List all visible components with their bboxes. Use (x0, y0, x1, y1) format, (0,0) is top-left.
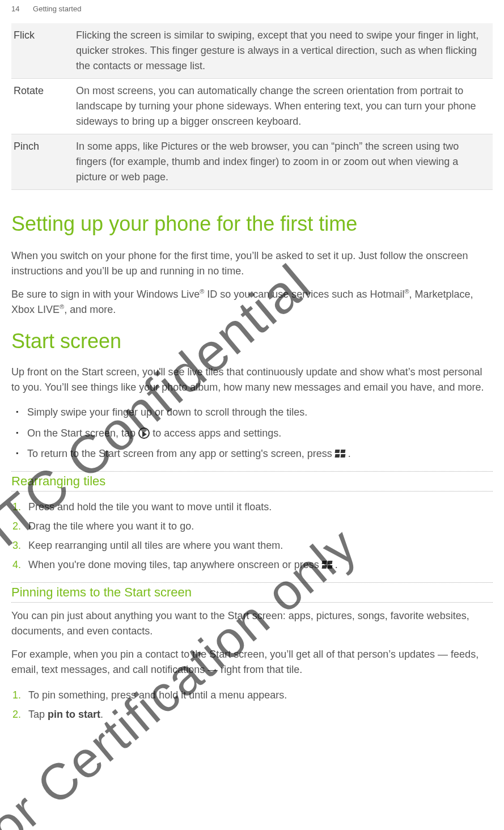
text: On the Start screen, tap (27, 427, 138, 439)
rearrange-steps: Press and hold the tile you want to move… (11, 497, 493, 575)
registered-mark: ® (60, 303, 64, 310)
gesture-term: Pinch (11, 134, 74, 190)
gesture-table: Flick Flicking the screen is similar to … (11, 23, 493, 190)
text: When you're done moving tiles, tap anywh… (28, 559, 322, 570)
text: . (335, 559, 338, 570)
pin-paragraph-1: You can pin just about anything you want… (11, 608, 493, 639)
windows-start-icon (335, 450, 345, 458)
list-item: To return to the Start screen from any a… (27, 444, 493, 463)
page-header: 14 Getting started (11, 5, 493, 13)
step-item: To pin something, press and hold it unti… (28, 685, 493, 705)
step-item: When you're done moving tiles, tap anywh… (28, 555, 493, 574)
gesture-desc: Flicking the screen is similar to swipin… (74, 23, 493, 79)
table-row: Flick Flicking the screen is similar to … (11, 23, 493, 79)
start-bullet-list: Simply swipe your finger up or down to s… (11, 403, 493, 463)
section-heading-start: Start screen (11, 329, 493, 353)
section-heading-setup: Setting up your phone for the first time (11, 211, 493, 236)
table-row: Rotate On most screens, you can automati… (11, 79, 493, 134)
step-item: Press and hold the tile you want to move… (28, 497, 493, 516)
text: Tap (28, 709, 48, 720)
setup-paragraph-2: Be sure to sign in with your Windows Liv… (11, 287, 493, 317)
list-item: Simply swipe your finger up or down to s… (27, 403, 493, 421)
gesture-desc: In some apps, like Pictures or the web b… (74, 134, 493, 190)
text: , and more. (64, 304, 116, 315)
list-item: On the Start screen, tap to access apps … (27, 424, 493, 442)
text: To return to the Start screen from any a… (27, 448, 335, 459)
gesture-desc: On most screens, you can automatically c… (74, 79, 493, 134)
chapter-title: Getting started (33, 5, 81, 13)
pin-steps: To pin something, press and hold it unti… (11, 685, 493, 724)
text: to access apps and settings. (153, 427, 281, 439)
page-number: 14 (11, 5, 19, 13)
text: . (100, 709, 103, 720)
gesture-term: Rotate (11, 79, 74, 134)
windows-start-icon (322, 561, 332, 569)
step-item: Drag the tile where you want it to go. (28, 516, 493, 536)
step-item: Tap pin to start. (28, 705, 493, 724)
subsection-heading-rearranging: Rearranging tiles (11, 471, 493, 492)
setup-paragraph-1: When you switch on your phone for the fi… (11, 248, 493, 279)
text: . (348, 448, 351, 459)
pin-paragraph-2: For example, when you pin a contact to t… (11, 647, 493, 677)
table-row: Pinch In some apps, like Pictures or the… (11, 134, 493, 190)
registered-mark: ® (404, 288, 409, 295)
step-item: Keep rearranging until all tiles are whe… (28, 536, 493, 555)
arrow-right-circle-icon (138, 427, 150, 439)
text: Be sure to sign in with your Windows Liv… (11, 289, 200, 300)
text: ID so you can use services such as Hotma… (204, 289, 404, 300)
gesture-term: Flick (11, 23, 74, 79)
start-paragraph-1: Up front on the Start screen, you'll see… (11, 365, 493, 395)
subsection-heading-pinning: Pinning items to the Start screen (11, 582, 493, 603)
bold-term-pin-to-start: pin to start (48, 709, 100, 720)
